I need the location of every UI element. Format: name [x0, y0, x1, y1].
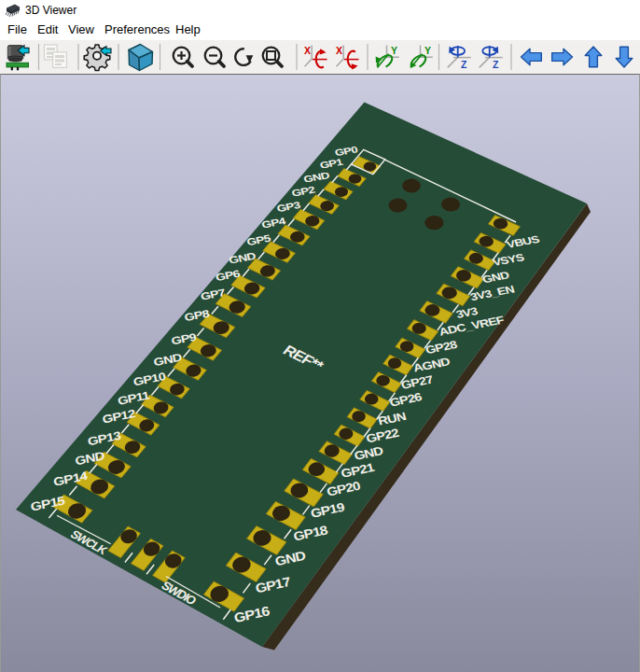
svg-text:Y: Y	[391, 45, 397, 56]
svg-text:Z: Z	[461, 59, 467, 70]
svg-text:Z: Z	[493, 59, 499, 70]
svg-text:Y: Y	[424, 45, 431, 56]
svg-text:X: X	[336, 45, 342, 56]
svg-text:X: X	[304, 45, 311, 56]
